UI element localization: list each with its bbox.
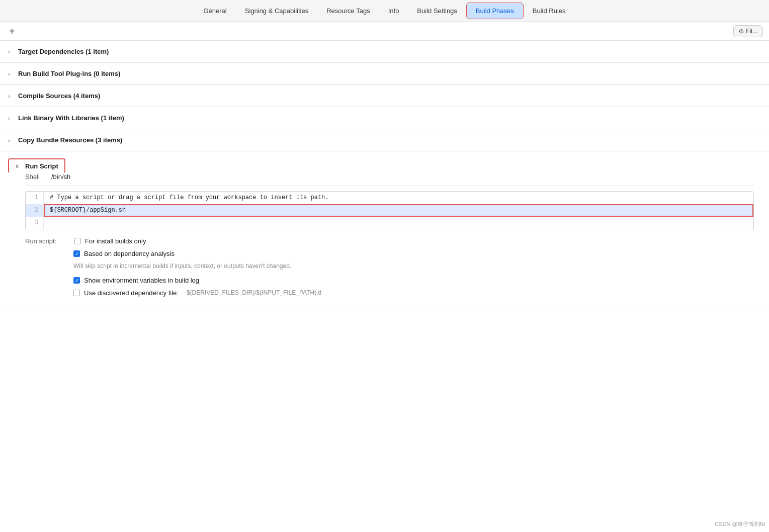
tab-info[interactable]: Info — [379, 3, 408, 19]
phase-link-binary: › Link Binary With Libraries (1 item) — [0, 107, 769, 129]
chevron-down-icon: ∨ — [15, 163, 21, 169]
show-env-text: Show environment variables in build log — [84, 277, 199, 284]
chevron-right-icon-4: › — [8, 115, 14, 121]
line-number-2: 2 — [26, 204, 44, 217]
dependency-analysis-checkbox[interactable]: ✓ — [73, 250, 80, 257]
phase-header-copy-bundle[interactable]: › Copy Bundle Resources (3 items) — [0, 129, 769, 151]
add-phase-button[interactable]: + — [6, 25, 18, 37]
line-code-1: # Type a script or drag a script file fr… — [44, 192, 753, 204]
watermark: CSDN @终于等到Ni — [715, 520, 765, 528]
filter-button[interactable]: ⊜ Fil... — [733, 25, 763, 37]
phase-header-link-binary[interactable]: › Link Binary With Libraries (1 item) — [0, 107, 769, 129]
phase-header-compile-sources[interactable]: › Compile Sources (4 items) — [0, 85, 769, 107]
phase-title-run-script: Run Script — [25, 162, 58, 170]
phase-title-run-build-tool: Run Build Tool Plug-ins (0 items) — [18, 70, 120, 77]
line-code-3 — [44, 217, 753, 220]
script-editor[interactable]: 1 # Type a script or drag a script file … — [25, 191, 754, 230]
dependency-analysis-text: Based on dependency analysis — [84, 250, 175, 257]
for-install-checkbox[interactable] — [74, 238, 81, 244]
tab-build-phases[interactable]: Build Phases — [466, 3, 524, 19]
option-dep-file: Use discovered dependency file: $(DERIVE… — [25, 289, 754, 297]
tab-signing[interactable]: Signing & Capabilities — [236, 3, 317, 19]
filter-label: Fil... — [746, 28, 757, 35]
line-code-2: ${SRCROOT}/appSign.sh — [44, 204, 753, 217]
script-options: Run script: For install builds only ✓ Ba… — [25, 237, 754, 297]
dep-file-checkbox[interactable] — [73, 290, 80, 296]
phase-header-run-build-tool[interactable]: › Run Build Tool Plug-ins (0 items) — [0, 63, 769, 84]
tab-bar: General Signing & Capabilities Resource … — [0, 0, 769, 22]
phase-header-target-deps[interactable]: › Target Dependencies (1 item) — [0, 41, 769, 62]
phase-copy-bundle: › Copy Bundle Resources (3 items) — [0, 129, 769, 151]
phase-title-copy-bundle: Copy Bundle Resources (3 items) — [18, 136, 122, 144]
phase-run-build-tool: › Run Build Tool Plug-ins (0 items) — [0, 63, 769, 85]
for-install-text: For install builds only — [85, 237, 146, 245]
line-number-1: 1 — [26, 192, 44, 204]
dep-file-text: Use discovered dependency file: — [84, 289, 179, 297]
chevron-right-icon: › — [8, 49, 14, 55]
run-script-label: Run script: — [25, 237, 70, 245]
dependency-hint-text: Will skip script in incremental builds i… — [25, 262, 754, 270]
filter-icon: ⊜ — [739, 28, 744, 35]
code-line-3: 3 — [26, 217, 753, 229]
run-script-body: Shell /bin/sh 1 # Type a script or drag … — [0, 173, 769, 307]
tab-build-rules[interactable]: Build Rules — [524, 3, 575, 19]
code-line-1: 1 # Type a script or drag a script file … — [26, 192, 753, 204]
tab-build-settings[interactable]: Build Settings — [408, 3, 466, 19]
tab-general[interactable]: General — [194, 3, 235, 19]
shell-row: Shell /bin/sh — [25, 173, 754, 186]
option-dependency-analysis: ✓ Based on dependency analysis — [25, 250, 754, 257]
option-for-install: Run script: For install builds only — [25, 237, 754, 245]
phase-title-target-deps: Target Dependencies (1 item) — [18, 48, 109, 55]
code-line-2: 2 ${SRCROOT}/appSign.sh — [26, 204, 753, 217]
chevron-right-icon-5: › — [8, 137, 14, 143]
phase-title-compile-sources: Compile Sources (4 items) — [18, 92, 100, 100]
phase-title-link-binary: Link Binary With Libraries (1 item) — [18, 114, 124, 122]
phase-run-script: ∨ Run Script Shell /bin/sh 1 # Type a sc… — [0, 151, 769, 307]
line-number-3: 3 — [26, 217, 44, 229]
main-window: General Signing & Capabilities Resource … — [0, 0, 769, 532]
dep-file-path: $(DERIVED_FILES_DIR)/$(INPUT_FILE_PATH).… — [187, 289, 321, 296]
phase-target-deps: › Target Dependencies (1 item) — [0, 41, 769, 63]
show-env-checkbox[interactable]: ✓ — [73, 277, 80, 284]
phase-compile-sources: › Compile Sources (4 items) — [0, 85, 769, 107]
content-area: › Target Dependencies (1 item) › Run Bui… — [0, 41, 769, 532]
shell-label: Shell — [25, 173, 45, 181]
chevron-right-icon-2: › — [8, 71, 14, 77]
tab-resource-tags[interactable]: Resource Tags — [317, 3, 379, 19]
shell-value: /bin/sh — [51, 173, 70, 181]
option-show-env: ✓ Show environment variables in build lo… — [25, 277, 754, 284]
phase-header-run-script[interactable]: ∨ Run Script — [8, 158, 65, 173]
toolbar-row: + ⊜ Fil... — [0, 22, 769, 41]
chevron-right-icon-3: › — [8, 93, 14, 99]
